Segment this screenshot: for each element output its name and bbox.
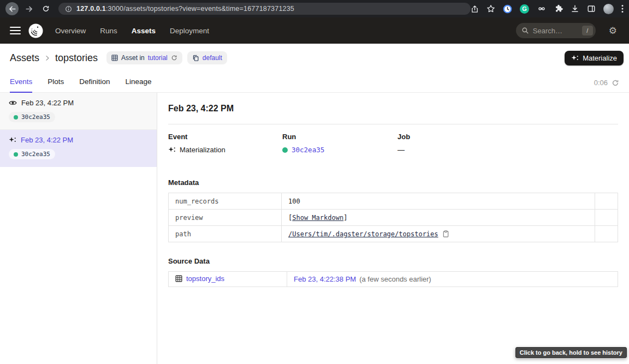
- goggles-extension-icon[interactable]: [537, 5, 547, 13]
- breadcrumb-current-asset: topstories: [55, 52, 98, 64]
- table-row: num_records 100: [169, 193, 618, 210]
- sparkle-icon: [168, 146, 176, 153]
- source-time-note: (a few seconds earlier): [359, 275, 431, 283]
- browser-chrome: 127.0.0.1:3000/assets/topstories?view=ev…: [0, 0, 629, 17]
- clock-extension-icon[interactable]: [503, 4, 512, 14]
- grammarly-icon[interactable]: G: [520, 4, 529, 14]
- browser-forward-button[interactable]: [22, 2, 35, 15]
- event-detail-panel: Feb 23, 4:22 PM Event Materialization Ru…: [157, 93, 629, 364]
- source-data-table: topstory_ids Feb 23, 4:22:38 PM(a few se…: [168, 271, 618, 287]
- source-asset-link[interactable]: topstory_ids: [175, 275, 224, 283]
- source-time-cell: Feb 23, 4:22:38 PM(a few seconds earlier…: [287, 272, 618, 287]
- asset-in-tutorial-badge: Asset in tutorial: [106, 51, 182, 64]
- events-content: Feb 23, 4:22 PM 30c2ea35 Feb 23, 4:22 PM…: [0, 93, 629, 364]
- topnav-links: Overview Runs Assets Deployment: [55, 27, 209, 35]
- metadata-value: 100: [282, 193, 595, 210]
- show-markdown-link[interactable]: Show Markdown: [292, 214, 343, 222]
- tab-plots[interactable]: Plots: [48, 77, 64, 92]
- search-icon: [521, 27, 529, 34]
- back-button-tooltip: Click to go back, hold to see history: [515, 347, 627, 358]
- topnav-link-deployment[interactable]: Deployment: [170, 27, 209, 35]
- tab-lineage[interactable]: Lineage: [126, 77, 152, 92]
- topnav-link-overview[interactable]: Overview: [55, 27, 86, 35]
- back-icon: [8, 5, 16, 13]
- reload-icon: [42, 5, 50, 13]
- url-host: 127.0.0.1: [76, 5, 106, 13]
- side-panel-icon[interactable]: [587, 4, 596, 13]
- event-summary-columns: Event Materialization Run 30c2ea35 Job —: [168, 133, 618, 154]
- source-time-link[interactable]: Feb 23, 4:22:38 PM: [294, 275, 356, 283]
- timer-countdown: 0:06: [594, 79, 608, 87]
- asset-tabbar: Events Plots Definition Lineage 0:06: [0, 72, 629, 93]
- eye-icon: [9, 100, 17, 106]
- browser-back-button[interactable]: [5, 2, 19, 15]
- metadata-value: [Show Markdown]: [282, 210, 595, 226]
- refresh-icon[interactable]: [171, 55, 177, 61]
- asset-grid-icon: [111, 55, 118, 61]
- default-partition-badge[interactable]: default: [187, 51, 227, 64]
- url-bar[interactable]: 127.0.0.1:3000/assets/topstories?view=ev…: [58, 3, 471, 15]
- metadata-key: path: [169, 226, 282, 242]
- table-row: topstory_ids Feb 23, 4:22:38 PM(a few se…: [169, 272, 618, 287]
- app-window: 127.0.0.1:3000/assets/topstories?view=ev…: [0, 0, 629, 364]
- asset-badges: Asset in tutorial default: [106, 51, 227, 64]
- job-value: —: [397, 146, 405, 154]
- tab-definition[interactable]: Definition: [79, 77, 110, 92]
- bookmark-star-icon[interactable]: [486, 4, 495, 13]
- dagster-logo[interactable]: [28, 23, 43, 38]
- dagster-topnav: Overview Runs Assets Deployment / ⚙: [0, 17, 629, 44]
- search-input[interactable]: [533, 27, 577, 35]
- badge-text-prefix: Asset in: [121, 54, 145, 62]
- topnav-link-runs[interactable]: Runs: [100, 27, 117, 35]
- settings-gear-icon[interactable]: ⚙: [609, 26, 617, 35]
- hamburger-menu-icon[interactable]: [10, 27, 21, 35]
- event-list-item-materialization[interactable]: Feb 23, 4:22 PM 30c2ea35: [0, 130, 157, 167]
- event-list-item-observation[interactable]: Feb 23, 4:22 PM 30c2ea35: [0, 93, 157, 130]
- asset-page-header: Assets topstories Asset in tutorial defa…: [0, 44, 629, 72]
- materialize-sparkle-icon: [571, 55, 579, 62]
- downloads-icon[interactable]: [571, 4, 579, 13]
- default-badge-label: default: [203, 54, 222, 62]
- share-icon[interactable]: [471, 5, 479, 13]
- copy-icon: [192, 55, 199, 62]
- slash-shortcut-key: /: [582, 26, 593, 35]
- refresh-icon[interactable]: [612, 79, 619, 87]
- event-time: Feb 23, 4:22 PM: [21, 136, 73, 144]
- tab-events[interactable]: Events: [10, 77, 32, 92]
- materialize-button[interactable]: Materialize: [565, 51, 624, 65]
- global-search[interactable]: /: [516, 23, 596, 38]
- job-column-label: Job: [397, 133, 410, 141]
- url-path: :3000/assets/topstories?view=events&time…: [106, 5, 294, 13]
- event-column-label: Event: [168, 133, 282, 141]
- profile-avatar[interactable]: [603, 4, 614, 14]
- clipboard-icon[interactable]: [442, 230, 449, 237]
- topnav-link-assets[interactable]: Assets: [132, 27, 156, 35]
- source-asset-name: topstory_ids: [186, 275, 224, 283]
- browser-menu-icon[interactable]: [621, 4, 624, 13]
- run-status-dot: [14, 152, 18, 157]
- event-detail-title: Feb 23, 4:22 PM: [168, 104, 618, 114]
- browser-toolbar-icons: G: [471, 4, 624, 14]
- breadcrumb-assets[interactable]: Assets: [10, 52, 39, 64]
- metadata-key: num_records: [169, 193, 282, 210]
- run-id-link[interactable]: 30c2ea35: [292, 146, 324, 154]
- tabs: Events Plots Definition Lineage: [10, 77, 152, 92]
- event-type-value: Materialization: [180, 146, 226, 154]
- grammarly-letter: G: [522, 5, 527, 12]
- browser-reload-button[interactable]: [39, 2, 52, 15]
- extensions-puzzle-icon[interactable]: [554, 4, 563, 13]
- event-list-sidebar: Feb 23, 4:22 PM 30c2ea35 Feb 23, 4:22 PM…: [0, 93, 157, 364]
- refresh-timer: 0:06: [594, 79, 619, 92]
- run-id-tag[interactable]: 30c2ea35: [9, 112, 55, 122]
- path-link[interactable]: /Users/tim/.dagster/storage/topstories: [288, 230, 438, 238]
- materialize-label: Materialize: [583, 54, 617, 62]
- metadata-empty-cell: [595, 226, 618, 242]
- metadata-empty-cell: [595, 193, 618, 210]
- run-id: 30c2ea35: [21, 114, 50, 121]
- table-icon: [175, 275, 182, 282]
- site-info-icon[interactable]: [65, 5, 72, 13]
- run-id-tag[interactable]: 30c2ea35: [9, 149, 55, 159]
- run-id: 30c2ea35: [21, 151, 50, 158]
- tutorial-link[interactable]: tutorial: [148, 54, 168, 62]
- metadata-value: /Users/tim/.dagster/storage/topstories: [282, 226, 595, 242]
